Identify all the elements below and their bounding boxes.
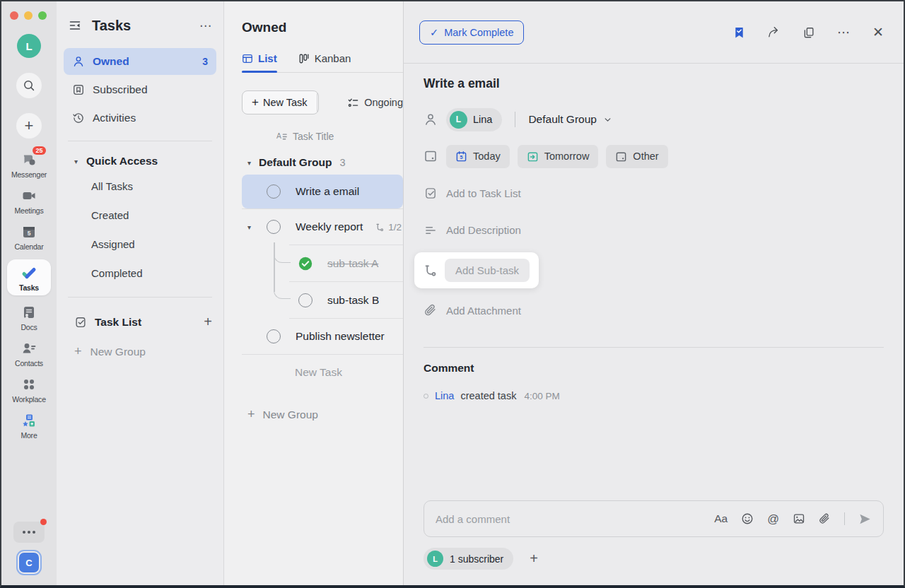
sidebar-more-button[interactable]: ⋯ — [199, 18, 212, 33]
search-button[interactable] — [16, 73, 42, 98]
copy-button[interactable] — [801, 25, 817, 40]
task-checkbox[interactable] — [267, 220, 281, 234]
assignee-chip[interactable]: L Lina — [446, 108, 502, 131]
rail-item-calendar[interactable]: 5 Calendar — [7, 223, 51, 251]
contacts-icon — [21, 341, 37, 356]
add-task-list-button[interactable]: + — [204, 314, 212, 330]
sidebar-item-created[interactable]: Created — [57, 201, 223, 230]
list-toolbar: + New Task Ongoing — [242, 90, 403, 114]
rail-item-label: Docs — [21, 323, 37, 331]
new-task-placeholder[interactable]: New Task — [295, 366, 403, 379]
add-subtask-highlight[interactable]: Add Sub-task — [414, 252, 539, 288]
add-description-row[interactable]: Add Description — [424, 211, 884, 248]
sidebar-item-task-list[interactable]: Task List + — [57, 307, 223, 337]
due-today-button[interactable]: 5 Today — [446, 145, 510, 168]
minimize-window-button[interactable] — [24, 11, 33, 20]
view-tabs: List Kanban — [242, 52, 403, 73]
status-filter[interactable]: Ongoing — [347, 97, 403, 109]
insert-image-button[interactable] — [793, 512, 805, 525]
task-row-sub-task-a[interactable]: sub-task A — [224, 245, 403, 281]
messenger-unread-badge: 25 — [33, 146, 46, 155]
text-format-button[interactable]: Aa — [714, 512, 728, 525]
mention-button[interactable]: @ — [767, 512, 779, 526]
activity-action: created task — [460, 390, 516, 401]
bookmark-square-icon — [72, 83, 85, 96]
due-other-button[interactable]: Other — [606, 145, 667, 168]
rail-item-meetings[interactable]: Meetings — [7, 187, 51, 215]
add-subscriber-button[interactable]: + — [530, 551, 538, 567]
collapse-group-icon: ▾ — [247, 159, 251, 167]
sidebar-item-owned[interactable]: Owned 3 — [64, 48, 216, 75]
activity-entry: Lina created task 4:00 PM — [424, 390, 884, 401]
zoom-window-button[interactable] — [38, 11, 47, 20]
group-name: Default Group — [259, 156, 332, 169]
group-selector[interactable]: Default Group — [528, 113, 613, 126]
rail-item-messenger[interactable]: 25 Messenger — [7, 151, 51, 179]
rail-item-tasks[interactable]: Tasks — [7, 259, 51, 295]
add-attachment-row[interactable]: Add Attachment — [424, 292, 884, 329]
rail-item-more[interactable]: More — [7, 412, 51, 440]
sidebar-item-assigned[interactable]: Assigned — [57, 230, 223, 259]
add-subtask-row: Add Sub-task — [424, 248, 884, 292]
task-row-weekly-report[interactable]: ▾ Weekly report 1/2 — [224, 209, 403, 245]
rail-overflow-button[interactable] — [13, 522, 45, 543]
comment-input[interactable] — [436, 513, 714, 525]
add-subtask-field[interactable]: Add Sub-task — [445, 259, 530, 282]
calendar-icon — [424, 149, 438, 163]
new-task-split-button: + New Task — [242, 90, 319, 114]
rail-item-contacts[interactable]: Contacts — [7, 340, 51, 368]
bookmark-check-icon — [733, 26, 745, 39]
owned-count: 3 — [202, 56, 208, 67]
close-window-button[interactable] — [10, 11, 18, 20]
rail-item-docs[interactable]: Docs — [7, 304, 51, 331]
attach-file-button[interactable] — [819, 513, 831, 525]
task-checkbox[interactable] — [298, 293, 313, 307]
subscriber-avatar: L — [427, 551, 443, 567]
task-checkbox[interactable] — [267, 329, 281, 343]
divider — [515, 112, 515, 127]
activity-user-link[interactable]: Lina — [435, 390, 454, 401]
task-checkbox[interactable] — [267, 184, 281, 199]
task-row-write-a-email[interactable]: Write a email — [242, 175, 403, 208]
task-row-sub-task-b[interactable]: sub-task B — [224, 282, 403, 318]
list-new-group-button[interactable]: + New Group — [247, 407, 403, 422]
activity-time: 4:00 PM — [524, 391, 559, 401]
new-task-button[interactable]: + New Task — [243, 91, 317, 114]
quick-access-header[interactable]: ▾ Quick Access — [57, 151, 223, 172]
sidebar-item-completed[interactable]: Completed — [57, 259, 223, 288]
task-detail-title[interactable]: Write a email — [424, 76, 884, 91]
sidebar-item-subscribed[interactable]: Subscribed — [64, 76, 216, 103]
task-group-header[interactable]: ▾ Default Group 3 — [247, 156, 403, 169]
share-button[interactable] — [766, 24, 782, 40]
sidebar-new-group-button[interactable]: + New Group — [57, 337, 223, 366]
sidebar-item-activities[interactable]: Activities — [64, 105, 216, 131]
due-tomorrow-button[interactable]: Tomorrow — [518, 145, 599, 168]
task-row-publish-newsletter[interactable]: Publish newsletter — [224, 319, 403, 354]
column-header-task-title[interactable]: A Task Title — [276, 130, 403, 142]
rail-item-workplace[interactable]: Workplace — [7, 376, 51, 404]
close-panel-button[interactable]: ✕ — [871, 23, 885, 42]
create-button[interactable]: + — [16, 113, 42, 139]
subscribers-chip[interactable]: L 1 subscriber — [424, 548, 513, 570]
new-task-dropdown-button[interactable] — [317, 91, 320, 114]
more-actions-button[interactable]: ⋯ — [836, 23, 852, 42]
send-comment-button[interactable] — [858, 512, 872, 526]
rail-item-label: Tasks — [19, 283, 39, 292]
emoji-button[interactable] — [741, 512, 754, 525]
tab-kanban[interactable]: Kanban — [298, 52, 351, 72]
collapse-subtasks-icon[interactable]: ▾ — [247, 223, 251, 231]
user-avatar[interactable]: L — [17, 34, 41, 58]
rail-item-c-app[interactable]: C — [19, 553, 39, 572]
sidebar-item-all-tasks[interactable]: All Tasks — [57, 172, 223, 201]
subscribe-button[interactable] — [732, 25, 747, 40]
tab-list[interactable]: List — [242, 52, 277, 72]
collapse-sidebar-button[interactable] — [66, 17, 83, 34]
subtask-progress: 1/2 — [375, 222, 402, 233]
completed-checkbox[interactable] — [298, 257, 313, 271]
mark-complete-button[interactable]: ✓ Mark Complete — [419, 20, 524, 45]
rail-item-label: Workplace — [12, 395, 46, 404]
task-list-icon — [74, 316, 87, 329]
add-to-task-list-row[interactable]: Add to Task List — [424, 175, 884, 211]
task-title: sub-task B — [327, 294, 379, 307]
notification-dot — [40, 519, 47, 525]
